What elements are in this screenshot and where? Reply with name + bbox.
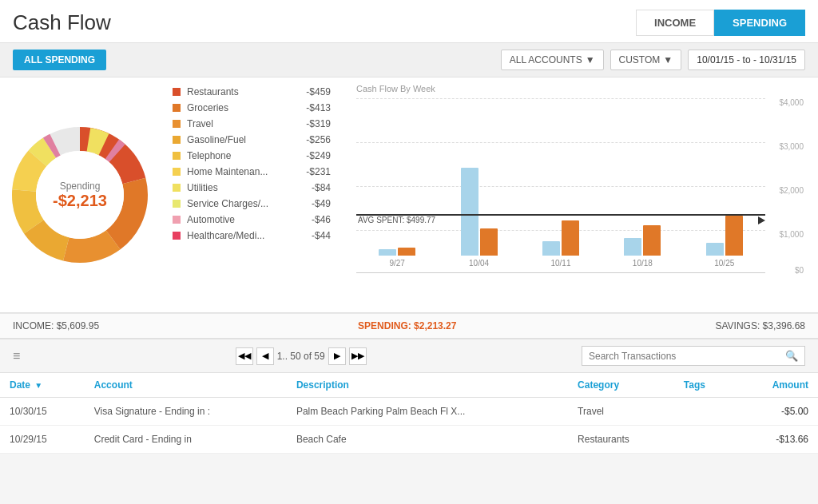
search-box[interactable]: 🔍 <box>582 346 805 366</box>
page-title: Cash Flow <box>13 10 111 35</box>
view-tabs: INCOME SPENDING <box>636 10 805 36</box>
cell-amount: -$5.00 <box>735 398 818 426</box>
bar-group-927: 9/27 <box>379 248 415 268</box>
legend-item-value: -$46 <box>312 214 331 225</box>
date-from: 10/01/15 <box>697 54 734 65</box>
legend-item-value: -$459 <box>306 86 331 97</box>
legend-item[interactable]: Home Maintenan... -$231 <box>173 164 331 180</box>
spending-tab[interactable]: SPENDING <box>714 10 805 36</box>
legend-item[interactable]: Gasoline/Fuel -$256 <box>173 132 331 148</box>
bar-orange-1011 <box>562 220 579 256</box>
legend-color-swatch <box>173 120 181 128</box>
legend-item-value: -$413 <box>306 102 331 113</box>
bar-blue-1004 <box>461 168 478 256</box>
bar-label-927: 9/27 <box>389 259 404 268</box>
date-range[interactable]: 10/01/15 - to - 10/31/15 <box>688 50 805 70</box>
table-row[interactable]: 10/29/15 Credit Card - Ending in Beach C… <box>0 426 818 454</box>
bar-blue-927 <box>379 249 396 256</box>
date-separator: - to - <box>737 54 756 65</box>
legend-item-name: Service Charges/... <box>187 198 312 209</box>
col-amount: Amount <box>735 373 818 398</box>
bar-blue-1011 <box>542 241 560 256</box>
legend-item-name: Home Maintenan... <box>187 166 306 177</box>
main-toolbar: ALL SPENDING ALL ACCOUNTS ▼ CUSTOM ▼ 10/… <box>0 43 818 77</box>
bar-orange-1018 <box>643 225 661 256</box>
pagination: ◀◀ ◀ 1.. 50 of 59 ▶ ▶▶ <box>236 347 367 365</box>
legend-color-swatch <box>173 232 181 240</box>
legend-item[interactable]: Automotive -$46 <box>173 212 331 228</box>
first-page-button[interactable]: ◀◀ <box>236 347 253 365</box>
list-icon[interactable]: ≡ <box>13 349 20 363</box>
page-info: 1.. 50 of 59 <box>277 351 325 362</box>
legend-item[interactable]: Restaurants -$459 <box>173 84 331 100</box>
bar-label-1018: 10/18 <box>633 259 653 268</box>
col-date[interactable]: Date ▼ <box>0 373 85 398</box>
custom-filter[interactable]: CUSTOM ▼ <box>610 50 682 70</box>
savings-summary: SAVINGS: $3,396.68 <box>715 320 805 331</box>
legend-item-name: Healthcare/Medi... <box>187 230 312 241</box>
income-tab[interactable]: INCOME <box>636 10 714 36</box>
search-input[interactable] <box>589 351 785 362</box>
custom-dropdown-icon: ▼ <box>663 54 673 65</box>
cell-date: 10/29/15 <box>0 426 85 454</box>
cell-date: 10/30/15 <box>0 398 85 426</box>
legend-item-value: -$256 <box>306 134 331 145</box>
legend-item-value: -$319 <box>306 118 331 129</box>
date-to: 10/31/15 <box>759 54 796 65</box>
legend-item[interactable]: Healthcare/Medi... -$44 <box>173 228 331 244</box>
cell-description: Palm Beach Parking Palm Beach Fl X... <box>287 398 568 426</box>
transactions-table: Date ▼ Account Description Category Tags… <box>0 373 818 454</box>
donut-label: Spending <box>53 181 107 192</box>
table-row[interactable]: 10/30/15 Visa Signature - Ending in : Pa… <box>0 398 818 426</box>
custom-filter-label: CUSTOM <box>619 54 661 65</box>
legend-item-name: Restaurants <box>187 86 306 97</box>
legend-item-value: -$84 <box>312 182 331 193</box>
bar-group-1011: 10/11 <box>542 220 579 268</box>
donut-chart-wrapper: Spending -$2,213 <box>0 77 160 312</box>
bar-blue-1025 <box>706 243 724 256</box>
legend-item-value: -$249 <box>306 150 331 161</box>
legend-item[interactable]: Utilities -$84 <box>173 180 331 196</box>
legend-item[interactable]: Telephone -$249 <box>173 148 331 164</box>
legend-color-swatch <box>173 104 181 112</box>
legend-item[interactable]: Travel -$319 <box>173 116 331 132</box>
cell-amount: -$13.66 <box>735 426 818 454</box>
date-sort-icon: ▼ <box>34 381 42 390</box>
donut-amount: -$2,213 <box>53 192 107 210</box>
avg-label: AVG SPENT: $499.77 <box>356 216 435 224</box>
last-page-button[interactable]: ▶▶ <box>349 347 367 365</box>
legend-item-value: -$44 <box>312 230 331 241</box>
col-account: Account <box>85 373 287 398</box>
cell-account: Credit Card - Ending in <box>85 426 287 454</box>
cell-tags <box>674 426 735 454</box>
legend-color-swatch <box>173 88 181 96</box>
cashflow-chart: Cash Flow By Week $4,000 $3,000 $2,000 $… <box>343 77 818 312</box>
legend-item[interactable]: Groceries -$413 <box>173 100 331 116</box>
bar-group-1018: 10/18 <box>624 225 661 268</box>
legend-color-swatch <box>173 168 181 176</box>
next-page-button[interactable]: ▶ <box>328 347 346 365</box>
legend-item-name: Utilities <box>187 182 312 193</box>
legend-item-name: Travel <box>187 118 306 129</box>
chart-title: Cash Flow By Week <box>356 84 805 93</box>
page-header: Cash Flow INCOME SPENDING <box>0 0 818 43</box>
bar-label-1025: 10/25 <box>714 259 734 268</box>
main-content: Spending -$2,213 Restaurants -$459 Groce… <box>0 77 818 313</box>
spending-legend: Restaurants -$459 Groceries -$413 Travel… <box>160 77 343 312</box>
accounts-filter[interactable]: ALL ACCOUNTS ▼ <box>501 50 604 70</box>
legend-item-name: Gasoline/Fuel <box>187 134 306 145</box>
col-description: Description <box>287 373 568 398</box>
legend-item-value: -$49 <box>312 198 331 209</box>
legend-color-swatch <box>173 200 181 208</box>
cell-category: Restaurants <box>568 426 674 454</box>
legend-color-swatch <box>173 152 181 160</box>
legend-item-value: -$231 <box>306 166 331 177</box>
col-tags: Tags <box>674 373 735 398</box>
cell-tags <box>674 398 735 426</box>
all-spending-button[interactable]: ALL SPENDING <box>13 50 106 70</box>
prev-page-button[interactable]: ◀ <box>256 347 274 365</box>
bar-label-1011: 10/11 <box>550 259 570 268</box>
legend-item-name: Automotive <box>187 214 312 225</box>
legend-item[interactable]: Service Charges/... -$49 <box>173 196 331 212</box>
summary-bar: INCOME: $5,609.95 SPENDING: $2,213.27 SA… <box>0 313 818 339</box>
